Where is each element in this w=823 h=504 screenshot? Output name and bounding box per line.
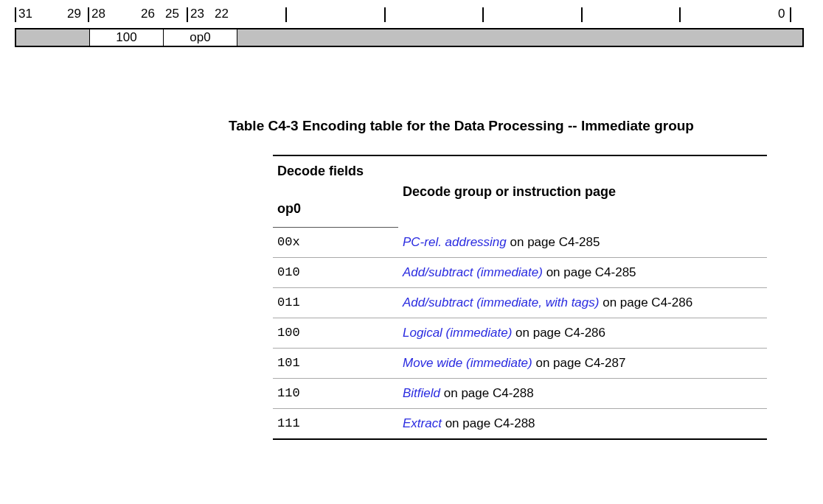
op0-value: 100	[273, 318, 398, 348]
op0-value: 110	[273, 378, 398, 408]
decode-link[interactable]: Extract	[403, 416, 442, 430]
op0-value: 101	[273, 348, 398, 378]
page-ref: on page C4-288	[442, 416, 535, 430]
page-ref: on page C4-286	[512, 326, 605, 340]
table-row: 110 Bitfield on page C4-288	[273, 378, 767, 408]
page-ref: on page C4-285	[507, 235, 600, 249]
decode-cell: Add/subtract (immediate) on page C4-285	[398, 257, 767, 287]
op0-value: 111	[273, 408, 398, 439]
table-row: 00x PC-rel. addressing on page C4-285	[273, 228, 767, 258]
encoding-table: Decode fields Decode group or instructio…	[273, 155, 767, 440]
bitfield-cell-reserved1	[16, 29, 89, 46]
th-op0: op0	[273, 186, 398, 228]
page-ref: on page C4-288	[440, 386, 534, 400]
bitfield-diagram: 31 29 28 26 25 23 22 0 100 op0	[15, 7, 804, 52]
decode-cell: Extract on page C4-288	[398, 408, 767, 439]
decode-cell: Bitfield on page C4-288	[398, 378, 767, 408]
table-body: 00x PC-rel. addressing on page C4-285 01…	[273, 228, 767, 439]
decode-cell: Logical (immediate) on page C4-286	[398, 318, 767, 348]
encoding-table-wrap: Table C4-3 Encoding table for the Data P…	[229, 118, 774, 440]
bit-22: 22	[215, 7, 229, 21]
op0-value: 00x	[273, 228, 398, 258]
bitfield-cell-reserved2	[237, 29, 802, 46]
decode-cell: Add/subtract (immediate, with tags) on p…	[398, 287, 767, 318]
bit-23: 23	[190, 7, 204, 21]
page-ref: on page C4-287	[532, 356, 626, 370]
table-row: 011 Add/subtract (immediate, with tags) …	[273, 287, 767, 318]
table-row: 100 Logical (immediate) on page C4-286	[273, 318, 767, 348]
bit-26: 26	[141, 7, 155, 21]
table-row: 010 Add/subtract (immediate) on page C4-…	[273, 257, 767, 287]
bit-31: 31	[18, 7, 32, 21]
op0-value: 010	[273, 257, 398, 287]
bit-0: 0	[778, 7, 785, 21]
table-caption: Table C4-3 Encoding table for the Data P…	[229, 118, 774, 134]
decode-link[interactable]: Add/subtract (immediate, with tags)	[403, 295, 599, 309]
op0-value: 011	[273, 287, 398, 318]
bitfield-cell-op0: op0	[163, 29, 237, 46]
page-ref: on page C4-286	[599, 295, 692, 309]
decode-link[interactable]: Move wide (immediate)	[403, 356, 532, 370]
th-decode-fields: Decode fields	[273, 156, 398, 186]
decode-link[interactable]: PC-rel. addressing	[403, 235, 507, 249]
decode-link[interactable]: Logical (immediate)	[403, 326, 512, 340]
decode-cell: Move wide (immediate) on page C4-287	[398, 348, 767, 378]
table-row: 101 Move wide (immediate) on page C4-287	[273, 348, 767, 378]
bit-28: 28	[91, 7, 105, 21]
decode-link[interactable]: Add/subtract (immediate)	[403, 265, 543, 279]
decode-cell: PC-rel. addressing on page C4-285	[398, 228, 767, 258]
bit-tick-row: 31 29 28 26 25 23 22 0	[15, 7, 804, 28]
th-decode-group: Decode group or instruction page	[398, 156, 767, 228]
bit-29: 29	[67, 7, 81, 21]
bit-25: 25	[165, 7, 179, 21]
decode-link[interactable]: Bitfield	[403, 386, 440, 400]
table-row: 111 Extract on page C4-288	[273, 408, 767, 439]
bitfield-bar: 100 op0	[15, 28, 804, 47]
page-ref: on page C4-285	[543, 265, 636, 279]
bitfield-cell-100: 100	[89, 29, 163, 46]
